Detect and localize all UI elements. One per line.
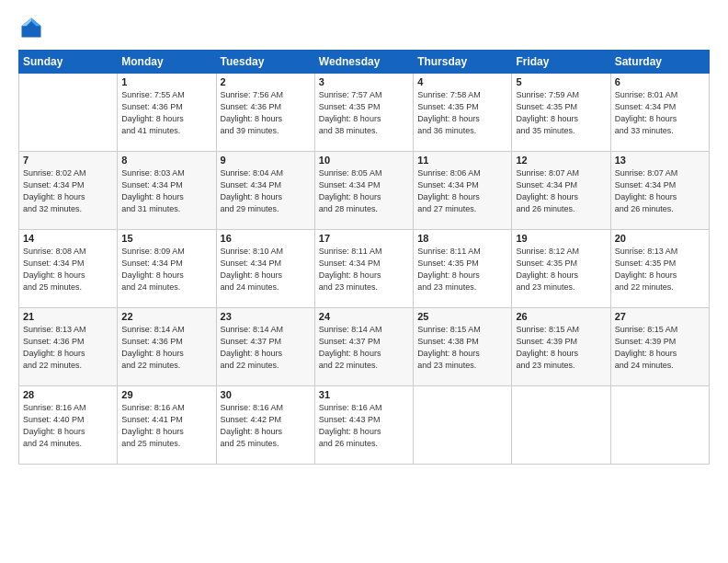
- day-number: 18: [417, 233, 507, 244]
- day-number: 7: [23, 155, 113, 166]
- day-info: Sunrise: 8:14 AM Sunset: 4:37 PM Dayligh…: [319, 324, 409, 372]
- calendar-week-5: 28Sunrise: 8:16 AM Sunset: 4:40 PM Dayli…: [19, 386, 710, 465]
- day-number: 25: [417, 311, 507, 322]
- day-number: 6: [615, 76, 705, 87]
- day-info: Sunrise: 8:04 AM Sunset: 4:34 PM Dayligh…: [221, 167, 311, 215]
- day-info: Sunrise: 8:11 AM Sunset: 4:34 PM Dayligh…: [319, 246, 409, 293]
- day-info: Sunrise: 7:55 AM Sunset: 4:36 PM Dayligh…: [121, 89, 211, 137]
- day-info: Sunrise: 8:16 AM Sunset: 4:42 PM Dayligh…: [221, 402, 311, 450]
- day-info: Sunrise: 8:11 AM Sunset: 4:35 PM Dayligh…: [417, 246, 507, 293]
- day-info: Sunrise: 8:08 AM Sunset: 4:34 PM Dayligh…: [23, 246, 113, 293]
- day-number: 4: [417, 76, 507, 87]
- calendar-cell-day-4: 4Sunrise: 7:58 AM Sunset: 4:35 PM Daylig…: [414, 74, 512, 152]
- day-number: 31: [319, 389, 409, 400]
- day-number: 28: [23, 389, 113, 400]
- day-info: Sunrise: 8:09 AM Sunset: 4:34 PM Dayligh…: [121, 246, 211, 293]
- calendar-cell-day-9: 9Sunrise: 8:04 AM Sunset: 4:34 PM Daylig…: [216, 152, 314, 230]
- day-number: 1: [121, 76, 211, 87]
- calendar-week-2: 7Sunrise: 8:02 AM Sunset: 4:34 PM Daylig…: [19, 152, 710, 230]
- calendar-cell-day-14: 14Sunrise: 8:08 AM Sunset: 4:34 PM Dayli…: [19, 230, 118, 308]
- calendar-cell-day-8: 8Sunrise: 8:03 AM Sunset: 4:34 PM Daylig…: [118, 152, 216, 230]
- calendar-cell-day-31: 31Sunrise: 8:16 AM Sunset: 4:43 PM Dayli…: [314, 386, 413, 465]
- day-info: Sunrise: 8:15 AM Sunset: 4:39 PM Dayligh…: [516, 324, 606, 372]
- day-info: Sunrise: 7:59 AM Sunset: 4:35 PM Dayligh…: [516, 89, 606, 137]
- calendar-cell-empty: [512, 386, 610, 465]
- calendar-cell-day-16: 16Sunrise: 8:10 AM Sunset: 4:34 PM Dayli…: [216, 230, 314, 308]
- calendar-cell-day-26: 26Sunrise: 8:15 AM Sunset: 4:39 PM Dayli…: [512, 308, 610, 386]
- weekday-header-sunday: Sunday: [19, 51, 118, 74]
- day-info: Sunrise: 8:06 AM Sunset: 4:34 PM Dayligh…: [417, 167, 507, 215]
- calendar-cell-day-28: 28Sunrise: 8:16 AM Sunset: 4:40 PM Dayli…: [19, 386, 118, 465]
- calendar-cell-empty: [610, 386, 709, 465]
- day-number: 15: [121, 233, 211, 244]
- day-number: 17: [319, 233, 409, 244]
- day-info: Sunrise: 8:05 AM Sunset: 4:34 PM Dayligh…: [319, 167, 409, 215]
- day-info: Sunrise: 8:13 AM Sunset: 4:35 PM Dayligh…: [615, 246, 705, 293]
- logo: [18, 15, 48, 40]
- calendar-table: SundayMondayTuesdayWednesdayThursdayFrid…: [18, 50, 710, 465]
- day-number: 23: [221, 311, 311, 322]
- day-info: Sunrise: 8:16 AM Sunset: 4:43 PM Dayligh…: [319, 402, 409, 450]
- calendar-cell-day-13: 13Sunrise: 8:07 AM Sunset: 4:34 PM Dayli…: [610, 152, 709, 230]
- calendar-cell-day-19: 19Sunrise: 8:12 AM Sunset: 4:35 PM Dayli…: [512, 230, 610, 308]
- logo-icon: [18, 15, 44, 40]
- day-number: 30: [221, 389, 311, 400]
- day-number: 10: [319, 155, 409, 166]
- calendar-cell-day-10: 10Sunrise: 8:05 AM Sunset: 4:34 PM Dayli…: [314, 152, 413, 230]
- calendar-week-4: 21Sunrise: 8:13 AM Sunset: 4:36 PM Dayli…: [19, 308, 710, 386]
- day-number: 14: [23, 233, 113, 244]
- day-number: 3: [319, 76, 409, 87]
- day-info: Sunrise: 8:10 AM Sunset: 4:34 PM Dayligh…: [221, 246, 311, 293]
- day-info: Sunrise: 8:16 AM Sunset: 4:41 PM Dayligh…: [121, 402, 211, 450]
- calendar-cell-day-18: 18Sunrise: 8:11 AM Sunset: 4:35 PM Dayli…: [414, 230, 512, 308]
- calendar-cell-day-12: 12Sunrise: 8:07 AM Sunset: 4:34 PM Dayli…: [512, 152, 610, 230]
- day-number: 2: [221, 76, 311, 87]
- calendar-cell-day-29: 29Sunrise: 8:16 AM Sunset: 4:41 PM Dayli…: [118, 386, 216, 465]
- calendar-cell-day-23: 23Sunrise: 8:14 AM Sunset: 4:37 PM Dayli…: [216, 308, 314, 386]
- day-number: 5: [516, 76, 606, 87]
- day-info: Sunrise: 8:12 AM Sunset: 4:35 PM Dayligh…: [516, 246, 606, 293]
- day-number: 27: [615, 311, 705, 322]
- day-number: 24: [319, 311, 409, 322]
- day-info: Sunrise: 8:02 AM Sunset: 4:34 PM Dayligh…: [23, 167, 113, 215]
- page: SundayMondayTuesdayWednesdayThursdayFrid…: [0, 0, 728, 563]
- calendar-cell-day-2: 2Sunrise: 7:56 AM Sunset: 4:36 PM Daylig…: [216, 74, 314, 152]
- day-info: Sunrise: 7:58 AM Sunset: 4:35 PM Dayligh…: [417, 89, 507, 137]
- day-info: Sunrise: 8:01 AM Sunset: 4:34 PM Dayligh…: [615, 89, 705, 137]
- day-info: Sunrise: 8:16 AM Sunset: 4:40 PM Dayligh…: [23, 402, 113, 450]
- calendar-cell-day-21: 21Sunrise: 8:13 AM Sunset: 4:36 PM Dayli…: [19, 308, 118, 386]
- day-info: Sunrise: 8:15 AM Sunset: 4:39 PM Dayligh…: [615, 324, 705, 372]
- calendar-cell-day-3: 3Sunrise: 7:57 AM Sunset: 4:35 PM Daylig…: [314, 74, 413, 152]
- weekday-header-friday: Friday: [512, 51, 610, 74]
- day-info: Sunrise: 7:57 AM Sunset: 4:35 PM Dayligh…: [319, 89, 409, 137]
- calendar-cell-day-6: 6Sunrise: 8:01 AM Sunset: 4:34 PM Daylig…: [610, 74, 709, 152]
- day-info: Sunrise: 7:56 AM Sunset: 4:36 PM Dayligh…: [221, 89, 311, 137]
- calendar-cell-day-20: 20Sunrise: 8:13 AM Sunset: 4:35 PM Dayli…: [610, 230, 709, 308]
- day-info: Sunrise: 8:07 AM Sunset: 4:34 PM Dayligh…: [615, 167, 705, 215]
- day-number: 22: [121, 311, 211, 322]
- day-number: 12: [516, 155, 606, 166]
- calendar-week-1: 1Sunrise: 7:55 AM Sunset: 4:36 PM Daylig…: [19, 74, 710, 152]
- calendar-cell-day-11: 11Sunrise: 8:06 AM Sunset: 4:34 PM Dayli…: [414, 152, 512, 230]
- day-number: 20: [615, 233, 705, 244]
- day-number: 9: [221, 155, 311, 166]
- calendar-cell-day-1: 1Sunrise: 7:55 AM Sunset: 4:36 PM Daylig…: [118, 74, 216, 152]
- day-number: 11: [417, 155, 507, 166]
- calendar-week-3: 14Sunrise: 8:08 AM Sunset: 4:34 PM Dayli…: [19, 230, 710, 308]
- calendar-cell-day-5: 5Sunrise: 7:59 AM Sunset: 4:35 PM Daylig…: [512, 74, 610, 152]
- day-info: Sunrise: 8:14 AM Sunset: 4:37 PM Dayligh…: [221, 324, 311, 372]
- day-number: 8: [121, 155, 211, 166]
- day-number: 21: [23, 311, 113, 322]
- calendar-cell-empty: [19, 74, 118, 152]
- weekday-header-saturday: Saturday: [610, 51, 709, 74]
- calendar-cell-day-30: 30Sunrise: 8:16 AM Sunset: 4:42 PM Dayli…: [216, 386, 314, 465]
- header: [18, 15, 710, 40]
- day-number: 26: [516, 311, 606, 322]
- weekday-header-thursday: Thursday: [414, 51, 512, 74]
- day-info: Sunrise: 8:13 AM Sunset: 4:36 PM Dayligh…: [23, 324, 113, 372]
- weekday-header-monday: Monday: [118, 51, 216, 74]
- day-number: 19: [516, 233, 606, 244]
- weekday-header-tuesday: Tuesday: [216, 51, 314, 74]
- day-number: 13: [615, 155, 705, 166]
- day-info: Sunrise: 8:07 AM Sunset: 4:34 PM Dayligh…: [516, 167, 606, 215]
